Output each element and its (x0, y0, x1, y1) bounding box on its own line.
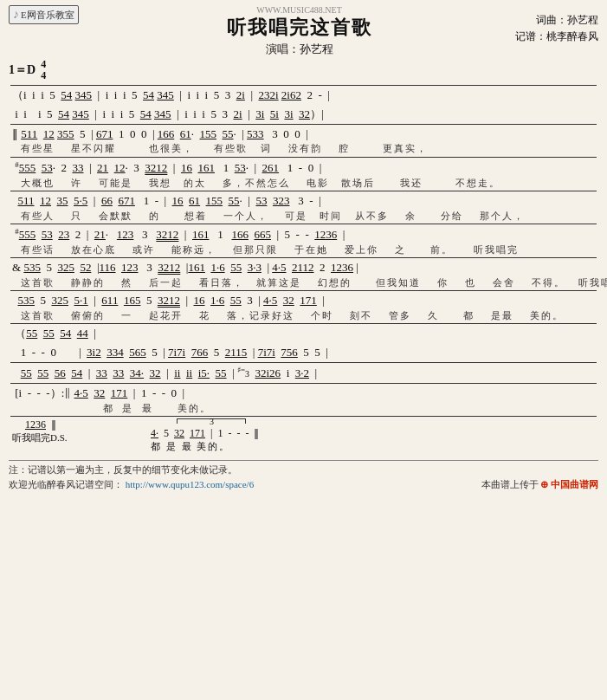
lyric-row-8: 这首歌 俯俯的 一 起花开 花 落，记录好这 个时 刻不 管多 久 都 是最 美… (12, 310, 595, 321)
footer-url[interactable]: http://www.qupu123.com/space/6 (126, 479, 254, 489)
notator: 桃李醉春风 (546, 30, 598, 42)
time-signature: 44 (41, 59, 46, 81)
notation-row-2: i i i 5 54 345 | i i i 5 54 345 | i i i … (12, 106, 595, 124)
music-icon: ♪ (13, 8, 19, 22)
score-line-7: & 535 5 325 52 |116 123 3 3212 |161 1·6 … (10, 257, 597, 290)
composer-label: 词曲： (536, 14, 567, 26)
score-container: （i i i 5 54 345 | i i i 5 54 345 | i i i… (9, 83, 598, 457)
singer-line: 演唱：孙艺程 (113, 42, 486, 57)
footer-url-label: 欢迎光临醉春风记谱空间： (9, 479, 123, 489)
page: ♪ E网音乐教室 WWW.MUSIC488.NET 听我唱完这首歌 演唱：孙艺程… (0, 0, 607, 700)
logo-area: ♪ E网音乐教室 (9, 5, 113, 24)
title-area: WWW.MUSIC488.NET 听我唱完这首歌 演唱：孙艺程 (113, 5, 486, 57)
ending-ds-notation: 1236 ‖ (12, 418, 151, 431)
song-title: 听我唱完这首歌 (113, 16, 486, 41)
footer-left: 欢迎光临醉春风记谱空间： http://www.qupu123.com/spac… (9, 478, 254, 491)
key-signature: 1＝D (9, 62, 36, 78)
footer-right: 本曲谱上传于 ⊕ 中国曲谱网 (481, 478, 599, 491)
notation-row-6: #555 53 23 2 | 21· 123 3 3212 | 161 1 16… (12, 225, 595, 244)
final-endings: 1236 ‖ 听我唱完D.S. 3 4· 5 32 171 | 1 - - - … (10, 416, 597, 455)
notation-row-10: 55 55 56 54 | 33 33 34· 32 | ii ii i5· 5… (12, 364, 595, 383)
notation-row-9: （55 55 54 44 | (12, 325, 595, 343)
notation-label: 记谱： (515, 30, 546, 42)
ending-final-section: 3 4· 5 32 171 | 1 - - - ‖ 都 是 最 美的。 (151, 418, 595, 453)
notation-row-1: （i i i 5 54 345 | i i i 5 54 345 | i i i… (12, 87, 595, 105)
notator-line: 记谱：桃李醉春风 (486, 29, 598, 45)
score-line-11: [i - - -）:‖ 4·5 32 171 | 1 - - 0 | 都 是 最… (10, 383, 597, 416)
score-line-8: 535 5 325 5·1 | 611 165 5 3212 | 16 1·6 … (10, 290, 597, 323)
notation-row-7: & 535 5 325 52 |116 123 3 3212 |161 1·6 … (12, 259, 595, 277)
notation-row-9b: 1 - - 0 | 3i2 334 565 5 | 7i7i 766 5 211… (12, 344, 595, 362)
score-line-9b: 1 - - 0 | 3i2 334 565 5 | 7i7i 766 5 211… (10, 343, 597, 362)
notation-row-8: 535 5 325 5·1 | 611 165 5 3212 | 16 1·6 … (12, 292, 595, 310)
notation-row-3: ‖ 511 12 355 5 | 671 1 0 0 | 166 61· 155… (12, 126, 595, 144)
lyric-row-4: 大概也 许 可能是 我想 的太 多，不然怎么 电影 散场后 我还 不想走。 (12, 178, 595, 189)
logo-text: E网音乐教室 (21, 9, 74, 22)
ending-ds-label: 听我唱完D.S. (12, 431, 151, 444)
ending-ds-section: 1236 ‖ 听我唱完D.S. (12, 418, 151, 453)
score-line-10: 55 55 56 54 | 33 33 34· 32 | ii ii i5· 5… (10, 362, 597, 383)
footer-site: ⊕ (540, 479, 548, 489)
lyric-row-6: 有些话 放在心底 或许 能称远， 但那只限 于在她 爱上你 之 前。 听我唱完 (12, 244, 595, 256)
score-line-5: 511 12 35 5·5 | 66 671 1 - | 16 61 155 5… (10, 191, 597, 224)
score-line-4: #555 53· 2 33 | 21 12· 3 3212 | 16 161 1… (10, 157, 597, 191)
notation-row-4: #555 53· 2 33 | 21 12· 3 3212 | 16 161 1… (12, 159, 595, 178)
lyric-row-3: 有些星 星不闪耀 也很美， 有些歌 词 没有韵 腔 更真实， (12, 143, 595, 154)
ending-final-lyric: 都 是 最 美的。 (151, 440, 595, 453)
logo-box: ♪ E网音乐教室 (9, 5, 79, 24)
footer-note: 注：记谱以第一遍为主，反复中的细节变化未做记录。 (9, 460, 598, 476)
score-line-2: i i i 5 54 345 | i i i 5 54 345 | i i i … (10, 105, 597, 124)
footer-site-name: 中国曲谱网 (551, 479, 598, 489)
footer-site-label: 本曲谱上传于 (481, 479, 539, 489)
composer-line: 词曲：孙艺程 (486, 12, 598, 29)
singer-label: 演唱： (266, 42, 300, 55)
footer-bottom: 欢迎光临醉春风记谱空间： http://www.qupu123.com/spac… (9, 478, 598, 491)
singer: 孙艺程 (300, 42, 333, 55)
composer: 孙艺程 (567, 14, 598, 26)
notation-row-5: 511 12 35 5·5 | 66 671 1 - | 16 61 155 5… (12, 192, 595, 211)
notation-row-11: [i - - -）:‖ 4·5 32 171 | 1 - - 0 | (12, 385, 595, 403)
score-line-9: （55 55 54 44 | (10, 323, 597, 343)
score-line-1: （i i i 5 54 345 | i i i 5 54 345 | i i i… (10, 85, 597, 105)
lyric-row-7: 这首歌 静静的 然 后一起 看日落， 就算这是 幻想的 但我知道 你 也 会舍 … (12, 277, 595, 288)
lyric-row-5: 有些人 只 会默默 的 想着 一个人， 可是 时间 从不多 余 分给 那个人， (12, 211, 595, 222)
score-line-3: ‖ 511 12 355 5 | 671 1 0 0 | 166 61· 155… (10, 124, 597, 157)
header: ♪ E网音乐教室 WWW.MUSIC488.NET 听我唱完这首歌 演唱：孙艺程… (9, 5, 598, 57)
score-line-6: #555 53 23 2 | 21· 123 3 3212 | 161 1 16… (10, 224, 597, 257)
footer-note-text: 注：记谱以第一遍为主，反复中的细节变化未做记录。 (9, 464, 237, 475)
lyric-row-11: 都 是 最 美的。 (12, 403, 595, 414)
meta-right: 词曲：孙艺程 记谱：桃李醉春风 (486, 5, 598, 45)
website-bar: WWW.MUSIC488.NET (113, 5, 486, 15)
